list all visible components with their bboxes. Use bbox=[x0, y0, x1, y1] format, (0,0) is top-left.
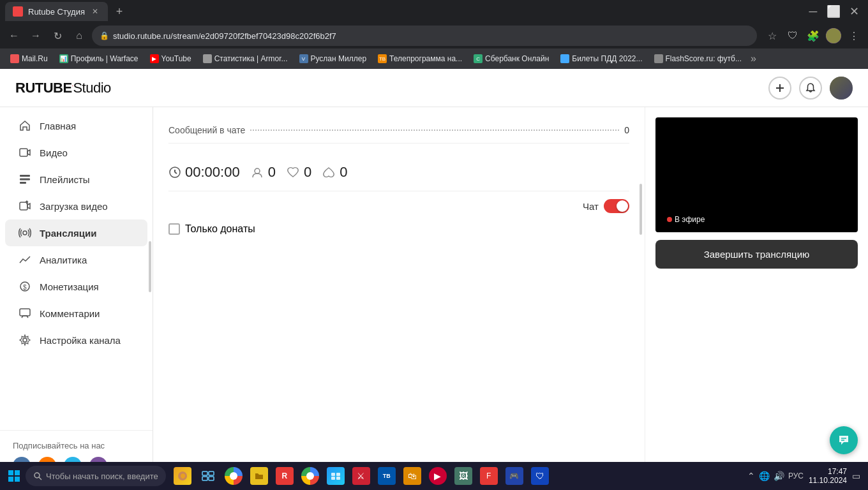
sidebar-scrollbar[interactable] bbox=[149, 241, 151, 292]
svg-line-24 bbox=[39, 477, 41, 480]
taskbar-app-files2[interactable] bbox=[324, 464, 347, 487]
taskbar-app-rutube[interactable]: R bbox=[273, 464, 296, 487]
taskbar-app-media[interactable]: ▶ bbox=[426, 464, 449, 487]
url-input[interactable]: 🔒 studio.rutube.ru/stream/e2d09720f2fbef… bbox=[92, 26, 757, 46]
taskbar-app-security[interactable]: 🛡 bbox=[528, 464, 551, 487]
bookmark-sber[interactable]: С Сбербанк Онлайн bbox=[468, 50, 554, 67]
maximize-btn[interactable]: ⬜ bbox=[825, 3, 842, 20]
taskbar-app-browser2[interactable] bbox=[299, 464, 322, 487]
back-btn[interactable]: ← bbox=[5, 27, 23, 45]
bookmark-tickets[interactable]: Билеты ПДД 2022... bbox=[555, 50, 647, 67]
reload-btn[interactable]: ↻ bbox=[49, 27, 66, 45]
svg-rect-27 bbox=[209, 471, 214, 475]
taskbar-app-explorer[interactable] bbox=[171, 464, 194, 487]
taskbar-app-task-view[interactable] bbox=[197, 464, 220, 487]
svg-rect-13 bbox=[20, 309, 30, 316]
taskbar-app-game2[interactable]: 🎮 bbox=[503, 464, 526, 487]
bookmark-warface[interactable]: 📊 Профиль | Warface bbox=[54, 50, 144, 67]
toolbar-icons: ☆ 🛡 🧩 ⋮ bbox=[763, 27, 863, 45]
home-icon bbox=[18, 119, 32, 133]
chat-label: Чат bbox=[583, 201, 599, 212]
live-badge-text: В эфире bbox=[675, 215, 705, 224]
sidebar-item-comments[interactable]: Комментарии bbox=[5, 300, 147, 327]
show-desktop-btn[interactable]: ▭ bbox=[852, 471, 860, 481]
sidebar-item-playlists[interactable]: Плейлисты bbox=[5, 166, 147, 193]
bookmark-armor[interactable]: Статистика | Armor... bbox=[198, 50, 293, 67]
sidebar-item-channel-settings[interactable]: Настройка канала bbox=[5, 327, 147, 353]
close-btn[interactable]: ✕ bbox=[845, 3, 863, 20]
bookmark-youtube[interactable]: ▶ YouTube bbox=[145, 50, 197, 67]
analytics-icon bbox=[18, 253, 32, 267]
taskbar-app-chrome[interactable] bbox=[222, 464, 245, 487]
search-placeholder: Чтобы начать поиск, введите bbox=[46, 471, 158, 481]
messages-count: 0 bbox=[624, 125, 629, 135]
sidebar-item-monetization[interactable]: $ Монетизация bbox=[5, 273, 147, 300]
network-icon[interactable]: 🌐 bbox=[759, 471, 770, 481]
keyboard-icon: РУС bbox=[788, 471, 804, 480]
messages-dots-divider bbox=[250, 130, 619, 131]
support-icon bbox=[837, 433, 851, 447]
bookmark-btn[interactable]: ☆ bbox=[763, 27, 781, 45]
home-btn[interactable]: ⌂ bbox=[70, 27, 88, 45]
sidebar-item-home[interactable]: Главная bbox=[5, 112, 147, 139]
sidebar-item-label: Монетизация bbox=[40, 281, 99, 292]
taskbar-app-store[interactable]: 🛍 bbox=[401, 464, 424, 487]
sber-favicon: С bbox=[474, 54, 483, 63]
bookmark-vk[interactable]: V Руслан Миллер bbox=[294, 50, 372, 67]
only-donations-label: Только донаты bbox=[185, 223, 255, 235]
bookmark-label: FlashScore.ru: футб... bbox=[666, 54, 742, 63]
bookmark-mail[interactable]: Mail.Ru bbox=[5, 50, 53, 67]
svg-rect-2 bbox=[20, 149, 27, 156]
windows-icon bbox=[8, 470, 20, 482]
dislikes-count: 0 bbox=[322, 164, 347, 181]
timer-value: 00:00:00 bbox=[185, 164, 240, 181]
bookmark-flash[interactable]: FlashScore.ru: футб... bbox=[649, 50, 747, 67]
minimize-btn[interactable]: ─ bbox=[804, 3, 822, 20]
taskbar-app-mail[interactable]: F bbox=[477, 464, 500, 487]
bookmark-label: Профиль | Warface bbox=[71, 54, 138, 63]
volume-icon[interactable]: 🔊 bbox=[774, 471, 784, 481]
sidebar-item-analytics[interactable]: Аналитика bbox=[5, 246, 147, 273]
lock-icon: 🔒 bbox=[100, 31, 109, 40]
taskbar-clock[interactable]: 17:47 11.10.2024 bbox=[809, 467, 847, 485]
svg-rect-6 bbox=[20, 182, 26, 184]
more-bookmarks-btn[interactable]: » bbox=[751, 53, 756, 64]
live-badge: В эфире bbox=[662, 213, 710, 226]
user-avatar[interactable] bbox=[830, 77, 853, 100]
svg-rect-7 bbox=[20, 202, 27, 210]
sidebar-item-label: Загрузка видео bbox=[40, 201, 108, 212]
viewers-count: 0 bbox=[250, 164, 276, 181]
sidebar-item-video[interactable]: Видео bbox=[5, 139, 147, 166]
taskbar-app-gallery[interactable]: 🖼 bbox=[452, 464, 475, 487]
profile-btn[interactable] bbox=[825, 27, 842, 45]
extensions-btn[interactable]: 🧩 bbox=[804, 27, 822, 45]
taskbar-app-game[interactable]: ⚔ bbox=[350, 464, 373, 487]
taskbar-search[interactable]: Чтобы начать поиск, введите bbox=[26, 466, 166, 486]
sidebar-item-upload[interactable]: Загрузка видео bbox=[5, 193, 147, 219]
add-content-btn[interactable] bbox=[768, 77, 791, 100]
notifications-btn[interactable] bbox=[799, 77, 822, 100]
svg-rect-31 bbox=[336, 473, 340, 476]
start-button[interactable] bbox=[3, 464, 26, 487]
clock-icon bbox=[168, 166, 181, 179]
taskbar-app-tv[interactable]: ТВ bbox=[375, 464, 398, 487]
dislike-icon bbox=[322, 165, 336, 179]
browser-tab[interactable]: Rutube Студия ✕ bbox=[5, 2, 108, 21]
support-chat-btn[interactable] bbox=[830, 426, 858, 454]
forward-btn[interactable]: → bbox=[27, 27, 45, 45]
messages-label: Сообщений в чате bbox=[168, 125, 245, 135]
new-tab-btn[interactable]: + bbox=[110, 3, 128, 20]
chat-toggle[interactable] bbox=[604, 199, 629, 213]
bookmark-tv[interactable]: ТВ Телепрограмма на... bbox=[373, 50, 467, 67]
bookmark-label: Руслан Миллер bbox=[311, 54, 367, 63]
chevron-up-icon[interactable]: ⌃ bbox=[747, 471, 755, 481]
end-stream-button[interactable]: Завершить трансляцию bbox=[655, 240, 858, 269]
clock-time: 17:47 bbox=[809, 467, 847, 476]
taskbar-app-files[interactable] bbox=[248, 464, 271, 487]
menu-btn[interactable]: ⋮ bbox=[845, 27, 863, 45]
only-donations-checkbox[interactable] bbox=[168, 223, 180, 235]
main-scrollbar[interactable] bbox=[640, 184, 642, 235]
sidebar-item-label: Видео bbox=[40, 147, 68, 158]
tab-close-btn[interactable]: ✕ bbox=[90, 6, 100, 17]
sidebar-item-streams[interactable]: Трансляции bbox=[5, 219, 147, 246]
